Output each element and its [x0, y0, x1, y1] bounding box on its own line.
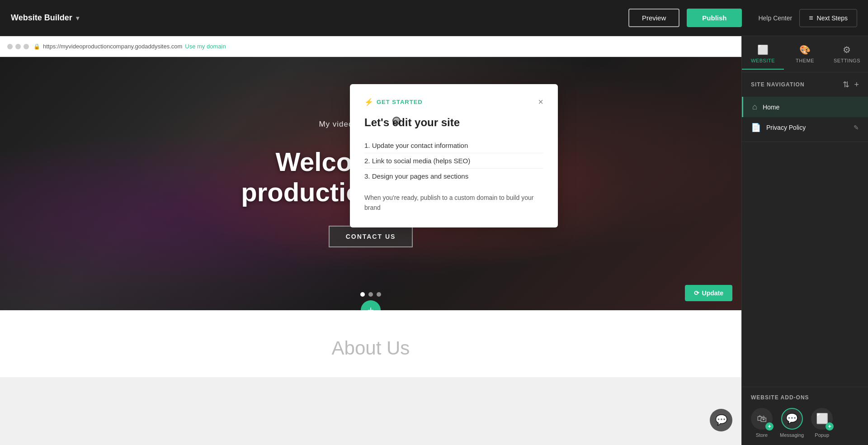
hero-main-title: Welcome to My production company	[241, 147, 500, 207]
toolbar: Website Builder ▾ Preview Publish Help C…	[0, 0, 868, 36]
popup-icon: ⬜	[816, 413, 828, 425]
dot-yellow	[15, 44, 21, 49]
addon-store[interactable]: 🛍 + Store	[751, 408, 773, 438]
store-icon: 🛍	[757, 413, 767, 425]
messaging-icon-wrapper: 💬	[781, 408, 803, 430]
next-steps-icon: ≡	[809, 14, 813, 22]
website-addons: WEBSITE ADD-ONS 🛍 + Store 💬 Messaging	[742, 387, 868, 445]
nav-home-label: Home	[763, 104, 779, 111]
website-tab-label: WEBSITE	[751, 58, 775, 63]
update-button[interactable]: ⟳ Update	[685, 285, 732, 301]
sidebar-tabs: ⬜ WEBSITE 🎨 THEME ⚙ SETTINGS	[742, 36, 868, 72]
hero-title-line1: Welcome to My	[241, 147, 500, 177]
popup-icon-wrapper: ⬜ +	[811, 408, 833, 430]
addons-grid: 🛍 + Store 💬 Messaging ⬜ + P	[751, 408, 859, 438]
tab-settings[interactable]: ⚙ SETTINGS	[826, 39, 868, 70]
website-addons-title: WEBSITE ADD-ONS	[751, 394, 859, 401]
messaging-icon: 💬	[786, 413, 798, 425]
tab-website[interactable]: ⬜ WEBSITE	[742, 39, 784, 70]
update-icon: ⟳	[694, 289, 699, 297]
messaging-label: Messaging	[780, 432, 804, 438]
main-area: 🔒 https://myvideoproductioncompany.godad…	[0, 36, 868, 445]
nav-privacy-label: Privacy Policy	[766, 124, 806, 131]
lock-icon: 🔒	[33, 43, 40, 50]
theme-tab-label: THEME	[796, 58, 814, 63]
tab-theme[interactable]: 🎨 THEME	[784, 39, 826, 70]
popup-label: Popup	[815, 432, 829, 438]
chat-button[interactable]: 💬	[710, 409, 732, 431]
hero-title-line2: production company	[241, 177, 500, 208]
canvas-area: 🔒 https://myvideoproductioncompany.godad…	[0, 36, 741, 445]
carousel-dot-2[interactable]	[368, 292, 373, 297]
use-domain-link[interactable]: Use my domain	[185, 43, 226, 50]
theme-tab-icon: 🎨	[799, 44, 811, 55]
carousel-dot-3[interactable]	[377, 292, 381, 297]
document-icon: 📄	[751, 123, 761, 133]
nav-item-home[interactable]: ⌂ Home	[742, 97, 868, 117]
website-content: My video production com... Welcome to My…	[0, 57, 741, 445]
website-tab-icon: ⬜	[757, 44, 769, 55]
help-center-link[interactable]: Help Center	[758, 14, 792, 22]
home-icon: ⌂	[752, 102, 757, 112]
store-icon-wrapper: 🛍 +	[751, 408, 773, 430]
brand[interactable]: Website Builder ▾	[11, 13, 79, 23]
site-nav-actions: ⇅ +	[843, 80, 859, 90]
next-steps-button[interactable]: ≡ Next Steps	[799, 9, 857, 27]
store-add-icon: +	[765, 422, 774, 431]
hero-site-title: My video production com...	[319, 120, 422, 129]
publish-button[interactable]: Publish	[687, 9, 742, 27]
carousel-dots	[360, 292, 381, 297]
right-sidebar: ⬜ WEBSITE 🎨 THEME ⚙ SETTINGS SITE NAVIGA…	[741, 36, 868, 445]
settings-tab-label: SETTINGS	[834, 58, 860, 63]
hero-section: My video production com... Welcome to My…	[0, 57, 741, 310]
privacy-edit-icon[interactable]: ✎	[854, 124, 859, 131]
brand-chevron-icon: ▾	[76, 14, 79, 22]
nav-reorder-button[interactable]: ⇅	[843, 80, 849, 90]
site-navigation-header: SITE NAVIGATION ⇅ +	[742, 72, 868, 97]
about-section: About Us	[0, 310, 741, 377]
nav-item-privacy[interactable]: 📄 Privacy Policy ✎	[742, 117, 868, 138]
addon-popup[interactable]: ⬜ + Popup	[811, 408, 833, 438]
carousel-dot-1[interactable]	[360, 292, 365, 297]
next-steps-label: Next Steps	[817, 14, 848, 22]
sidebar-divider	[742, 142, 868, 142]
dot-green	[24, 44, 29, 49]
site-nav-title: SITE NAVIGATION	[751, 81, 805, 88]
browser-dots	[7, 44, 29, 49]
addon-messaging[interactable]: 💬 Messaging	[780, 408, 804, 438]
popup-add-icon: +	[826, 422, 834, 431]
brand-label: Website Builder	[11, 13, 72, 23]
update-label: Update	[702, 289, 723, 297]
nav-add-button[interactable]: +	[854, 80, 859, 90]
preview-button[interactable]: Preview	[628, 9, 679, 27]
url-text: https://myvideoproductioncompany.godaddy…	[43, 43, 182, 50]
browser-bar: 🔒 https://myvideoproductioncompany.godad…	[0, 36, 741, 57]
store-label: Store	[756, 432, 768, 438]
contact-us-button[interactable]: CONTACT US	[329, 226, 413, 247]
dot-red	[7, 44, 13, 49]
about-title: About Us	[18, 337, 723, 359]
settings-tab-icon: ⚙	[843, 44, 851, 55]
browser-url: 🔒 https://myvideoproductioncompany.godad…	[33, 43, 734, 50]
hero-overlay: My video production com... Welcome to My…	[0, 57, 741, 310]
